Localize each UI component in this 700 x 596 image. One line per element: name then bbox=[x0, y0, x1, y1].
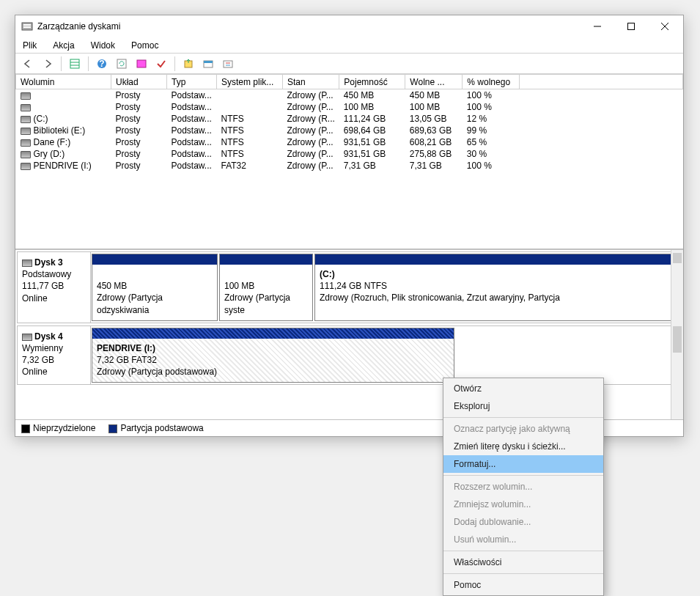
volume-icon bbox=[21, 104, 31, 111]
disk-management-window: Zarządzanie dyskami Plik Akcja Widok Pom… bbox=[15, 15, 684, 437]
col-layout[interactable]: Układ bbox=[111, 75, 167, 89]
disk-icon bbox=[22, 260, 32, 267]
scroll-up-icon bbox=[673, 253, 682, 263]
view-list-button[interactable] bbox=[67, 56, 83, 72]
menu-properties[interactable]: Właściwości bbox=[443, 553, 603, 571]
volume-icon bbox=[21, 163, 31, 170]
svg-rect-7 bbox=[70, 59, 79, 68]
table-row[interactable]: Gry (D:)ProstyPodstaw...NTFSZdrowy (P...… bbox=[16, 148, 683, 160]
action3-button[interactable] bbox=[220, 56, 236, 72]
col-spacer bbox=[520, 75, 683, 89]
toolbar-separator bbox=[174, 56, 175, 71]
col-fs[interactable]: System plik... bbox=[217, 75, 283, 89]
svg-rect-12 bbox=[117, 59, 126, 68]
menu-file[interactable]: Plik bbox=[20, 39, 40, 52]
volume-list: Wolumin Układ Typ System plik... Stan Po… bbox=[15, 74, 683, 250]
toolbar-separator bbox=[88, 56, 89, 71]
menu-divider bbox=[443, 551, 603, 551]
menubar: Plik Akcja Widok Pomoc bbox=[15, 37, 683, 54]
partition-c[interactable]: (C:)111,24 GB NTFSZdrowy (Rozruch, Plik … bbox=[314, 254, 680, 321]
scroll-thumb[interactable] bbox=[673, 326, 682, 353]
svg-rect-4 bbox=[628, 23, 635, 30]
col-free[interactable]: Wolne ... bbox=[405, 75, 463, 89]
menu-shrink: Zmniejsz wolumin... bbox=[443, 496, 603, 513]
volume-icon bbox=[21, 92, 31, 100]
col-pct[interactable]: % wolnego bbox=[463, 75, 520, 89]
col-state[interactable]: Stan bbox=[283, 75, 339, 89]
menu-format[interactable]: Formatuj... bbox=[443, 455, 603, 473]
minimize-button[interactable] bbox=[581, 15, 614, 37]
table-row[interactable]: Dane (F:)ProstyPodstaw...NTFSZdrowy (P..… bbox=[16, 136, 683, 148]
action1-button[interactable] bbox=[180, 56, 196, 72]
table-row[interactable]: Biblioteki (E:)ProstyPodstaw...NTFSZdrow… bbox=[16, 125, 683, 136]
partition-recovery[interactable]: 450 MBZdrowy (Partycja odzyskiwania bbox=[92, 254, 218, 321]
maximize-button[interactable] bbox=[614, 15, 648, 37]
refresh-button[interactable] bbox=[114, 56, 130, 72]
table-row[interactable]: ProstyPodstaw...Zdrowy (P...450 MB450 MB… bbox=[16, 89, 683, 102]
menu-help[interactable]: Pomoc bbox=[128, 39, 161, 52]
disk-4-label[interactable]: Dysk 4 Wymienny 7,32 GB Online bbox=[18, 326, 91, 385]
menu-delete: Usuń wolumin... bbox=[443, 531, 603, 548]
menu-action[interactable]: Akcja bbox=[50, 39, 77, 52]
menu-explore[interactable]: Eksploruj bbox=[443, 397, 603, 415]
window-title: Zarządzanie dyskami bbox=[37, 21, 581, 32]
forward-button[interactable] bbox=[40, 56, 56, 72]
disk-3-label[interactable]: Dysk 3 Podstawowy 111,77 GB Online bbox=[18, 252, 91, 323]
action2-button[interactable] bbox=[200, 56, 216, 72]
col-cap[interactable]: Pojemność bbox=[339, 75, 405, 89]
menu-mark-active: Oznacz partycję jako aktywną bbox=[443, 420, 603, 438]
svg-rect-16 bbox=[204, 61, 213, 63]
menu-extend: Rozszerz wolumin... bbox=[443, 478, 603, 496]
partition-context-menu: Otwórz Eksploruj Oznacz partycję jako ak… bbox=[443, 378, 604, 596]
volume-icon bbox=[21, 139, 31, 147]
partition-system[interactable]: 100 MBZdrowy (Partycja syste bbox=[219, 254, 313, 321]
menu-open[interactable]: Otwórz bbox=[443, 380, 603, 397]
toolbar: ? bbox=[15, 54, 683, 74]
svg-text:?: ? bbox=[99, 59, 104, 69]
app-icon bbox=[21, 21, 33, 32]
menu-divider bbox=[443, 417, 603, 418]
help-button[interactable]: ? bbox=[94, 56, 110, 72]
volume-icon bbox=[21, 116, 31, 123]
menu-divider bbox=[443, 475, 603, 476]
back-button[interactable] bbox=[20, 56, 36, 72]
menu-help[interactable]: Pomoc bbox=[443, 576, 603, 594]
svg-rect-2 bbox=[23, 26, 31, 28]
menu-change-letter[interactable]: Zmień literę dysku i ścieżki... bbox=[443, 438, 603, 455]
svg-rect-13 bbox=[137, 60, 146, 67]
menu-mirror: Dodaj dublowanie... bbox=[443, 513, 603, 531]
volume-icon bbox=[21, 128, 31, 135]
checkmark-button[interactable] bbox=[153, 56, 169, 72]
close-button[interactable] bbox=[648, 15, 682, 37]
disk-row-3: Dysk 3 Podstawowy 111,77 GB Online 450 M… bbox=[17, 251, 682, 323]
titlebar: Zarządzanie dyskami bbox=[15, 15, 683, 37]
menu-divider bbox=[443, 573, 603, 574]
toolbar-separator bbox=[61, 56, 62, 71]
disk-scrollbar[interactable] bbox=[671, 250, 683, 419]
settings-button[interactable] bbox=[133, 56, 150, 72]
col-volume[interactable]: Wolumin bbox=[16, 75, 111, 89]
table-row[interactable]: (C:)ProstyPodstaw...NTFSZdrowy (R...111,… bbox=[16, 113, 683, 125]
disk-row-4: Dysk 4 Wymienny 7,32 GB Online PENDRIVE … bbox=[17, 325, 682, 386]
menu-view[interactable]: Widok bbox=[88, 39, 118, 52]
volume-icon bbox=[21, 151, 31, 158]
disk-icon bbox=[22, 334, 32, 341]
svg-rect-1 bbox=[23, 24, 31, 26]
table-row[interactable]: ProstyPodstaw...Zdrowy (P...100 MB100 MB… bbox=[16, 101, 683, 113]
table-row[interactable]: PENDRIVE (I:)ProstyPodstaw...FAT32Zdrowy… bbox=[16, 160, 683, 172]
col-type[interactable]: Typ bbox=[167, 75, 217, 89]
svg-rect-17 bbox=[224, 61, 232, 67]
legend-primary: Partycja podstawowa bbox=[108, 423, 203, 433]
partition-pendrive[interactable]: PENDRIVE (I:)7,32 GB FAT32Zdrowy (Partyc… bbox=[92, 328, 454, 383]
legend-unallocated: Nieprzydzielone bbox=[21, 423, 95, 433]
